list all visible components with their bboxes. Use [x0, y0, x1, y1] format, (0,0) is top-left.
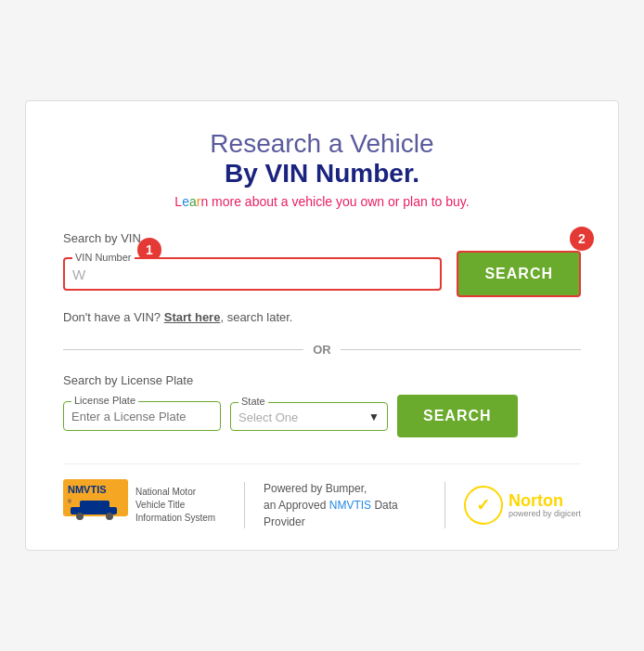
footer-divider-2: [444, 482, 445, 528]
plate-input[interactable]: [71, 404, 213, 423]
vin-search-button[interactable]: SEARCH: [457, 251, 581, 297]
title-section: Research a Vehicle By VIN Number. Learn …: [63, 129, 581, 209]
plate-field-wrapper: License Plate: [63, 401, 221, 431]
title-line2: By VIN Number.: [63, 159, 581, 189]
nmvtis-text: National Motor Vehicle TitleInformation …: [135, 486, 219, 525]
divider-line-right: [341, 349, 581, 350]
divider-line-left: [63, 349, 303, 350]
svg-point-5: [76, 513, 84, 520]
plate-field-label: License Plate: [71, 395, 138, 406]
plate-row: License Plate State Select One ▼ SEARCH: [63, 395, 581, 437]
bumper-section: Powered by Bumper, an Approved NMVTIS Da…: [264, 480, 426, 530]
no-vin-text: Don't have a VIN? Start here, search lat…: [63, 310, 581, 324]
title-vin-bold: VIN Number: [265, 159, 413, 188]
norton-checkmark-icon: ✓: [476, 495, 490, 515]
state-field-label: State: [238, 396, 268, 407]
nmvtis-section: NMVTIS ® National Motor Vehicle TitleInf…: [63, 479, 225, 531]
vin-row: 1 VIN Number 2 SEARCH: [63, 251, 581, 297]
subtitle: Learn more about a vehicle you own or pl…: [63, 194, 581, 209]
footer: NMVTIS ® National Motor Vehicle TitleInf…: [63, 463, 581, 531]
title-period: .: [412, 159, 419, 188]
norton-section: ✓ Norton powered by digicert: [464, 486, 581, 525]
norton-powered: powered by digicert: [509, 509, 581, 518]
start-here-link[interactable]: Start here: [164, 310, 221, 324]
svg-text:®: ®: [68, 499, 71, 504]
search-by-plate-label: Search by License Plate: [63, 373, 581, 387]
norton-label: Norton: [509, 492, 581, 509]
vin-field-label: VIN Number: [72, 252, 135, 263]
divider-text: OR: [313, 343, 331, 357]
divider-row: OR: [63, 343, 581, 357]
svg-rect-4: [80, 501, 109, 510]
plate-search-button[interactable]: SEARCH: [397, 395, 518, 437]
footer-divider: [244, 482, 245, 528]
title-by: By: [225, 159, 265, 188]
title-line1: Research a Vehicle: [63, 129, 581, 159]
nmvtis-link[interactable]: NMVTIS: [329, 499, 371, 512]
state-field-wrapper[interactable]: State Select One ▼: [230, 402, 388, 431]
state-select[interactable]: Select One ▼: [238, 405, 380, 424]
svg-point-6: [106, 513, 113, 520]
chevron-down-icon: ▼: [368, 410, 380, 423]
norton-badge-circle: ✓: [464, 486, 503, 525]
svg-text:NMVTIS: NMVTIS: [68, 484, 107, 495]
state-select-text: Select One: [238, 410, 298, 424]
vin-field-wrapper: VIN Number: [63, 257, 442, 291]
vin-input[interactable]: [72, 261, 432, 282]
norton-text: Norton powered by digicert: [509, 492, 581, 518]
nmvtis-logo: NMVTIS ®: [63, 479, 128, 531]
main-card: Research a Vehicle By VIN Number. Learn …: [25, 100, 619, 551]
step-badge-2: 2: [570, 227, 594, 251]
